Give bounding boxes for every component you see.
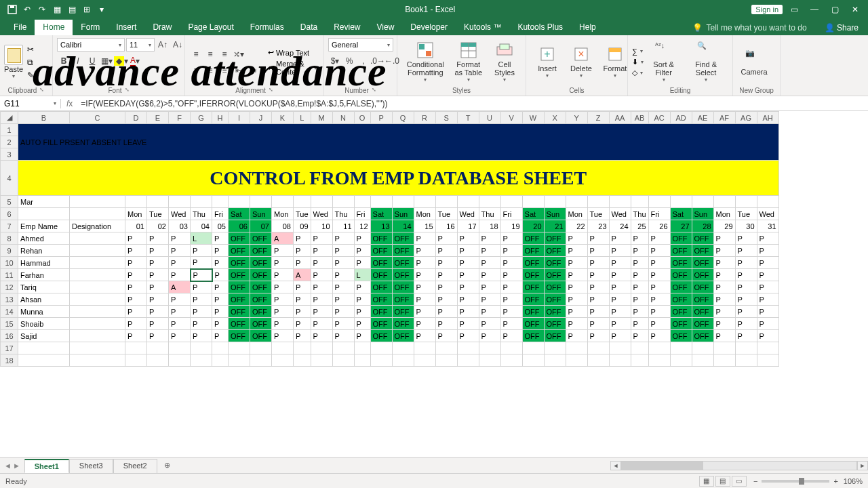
- cell[interactable]: P: [757, 306, 778, 318]
- align-bottom-icon[interactable]: ≡: [218, 47, 231, 61]
- cell[interactable]: 29: [713, 220, 735, 232]
- cell[interactable]: OFF: [229, 281, 250, 293]
- cell[interactable]: P: [713, 269, 735, 281]
- cell[interactable]: [587, 196, 609, 208]
- cell[interactable]: Munna: [18, 306, 70, 318]
- cell[interactable]: Farhan: [18, 269, 70, 281]
- cell[interactable]: P: [457, 318, 479, 330]
- cell[interactable]: OFF: [670, 269, 692, 281]
- cell[interactable]: OFF: [392, 281, 414, 293]
- format-painter-icon[interactable]: ✎: [27, 70, 38, 80]
- page-layout-view-icon[interactable]: ▤: [715, 476, 730, 487]
- cell[interactable]: [125, 196, 147, 208]
- cell[interactable]: Sat: [670, 208, 692, 220]
- cell[interactable]: P: [631, 293, 648, 306]
- cell[interactable]: P: [648, 330, 670, 342]
- col-header[interactable]: AG: [735, 112, 757, 124]
- cell[interactable]: Ahsan: [18, 293, 70, 306]
- cell[interactable]: P: [648, 293, 670, 306]
- cell[interactable]: OFF: [370, 318, 392, 330]
- cell[interactable]: [125, 354, 147, 367]
- cell[interactable]: [147, 196, 169, 208]
- cell[interactable]: OFF: [250, 330, 272, 342]
- cell[interactable]: OFF: [229, 330, 250, 342]
- inc-decimal-icon[interactable]: .0→: [371, 54, 384, 68]
- cell[interactable]: P: [414, 281, 435, 293]
- close-icon[interactable]: ✕: [846, 3, 864, 16]
- outdent-icon[interactable]: ⇤: [232, 64, 245, 77]
- cell[interactable]: OFF: [392, 293, 414, 306]
- cell[interactable]: OFF: [692, 281, 713, 293]
- cell[interactable]: P: [147, 330, 169, 342]
- cell[interactable]: P: [332, 330, 354, 342]
- row-header[interactable]: 5: [1, 196, 18, 208]
- row-header[interactable]: 10: [1, 257, 18, 269]
- cell[interactable]: [566, 196, 587, 208]
- underline-button[interactable]: U: [85, 54, 99, 68]
- cell[interactable]: [370, 354, 392, 367]
- cell[interactable]: P: [354, 306, 370, 318]
- tell-me-search[interactable]: 💡 Tell me what you want to do: [684, 20, 815, 35]
- cell[interactable]: OFF: [670, 281, 692, 293]
- cell[interactable]: P: [566, 318, 587, 330]
- cell[interactable]: [648, 342, 670, 354]
- cell[interactable]: P: [354, 293, 370, 306]
- cell[interactable]: P: [757, 281, 778, 293]
- cell[interactable]: [670, 196, 692, 208]
- cell[interactable]: OFF: [670, 257, 692, 269]
- cell[interactable]: Fri: [354, 208, 370, 220]
- col-header[interactable]: Q: [392, 112, 414, 124]
- cell[interactable]: [609, 354, 631, 367]
- tab-home[interactable]: Home: [35, 20, 73, 35]
- cell[interactable]: P: [566, 232, 587, 245]
- cell[interactable]: [191, 196, 212, 208]
- cell[interactable]: P: [414, 257, 435, 269]
- cell[interactable]: [587, 354, 609, 367]
- cell[interactable]: Tue: [147, 208, 169, 220]
- cell[interactable]: P: [169, 306, 191, 318]
- number-format-select[interactable]: General▾: [328, 38, 393, 52]
- cell[interactable]: P: [311, 269, 332, 281]
- cell[interactable]: 12: [354, 220, 370, 232]
- row-header[interactable]: 7: [1, 220, 18, 232]
- cell[interactable]: [212, 342, 229, 354]
- cell[interactable]: OFF: [670, 330, 692, 342]
- cell[interactable]: OFF: [392, 257, 414, 269]
- cell[interactable]: P: [587, 257, 609, 269]
- cell[interactable]: Fri: [648, 208, 670, 220]
- cell[interactable]: P: [713, 306, 735, 318]
- cell[interactable]: P: [587, 245, 609, 257]
- cell[interactable]: OFF: [250, 306, 272, 318]
- cell[interactable]: 10: [311, 220, 332, 232]
- cell[interactable]: OFF: [250, 232, 272, 245]
- cell[interactable]: Fri: [500, 208, 522, 220]
- cell[interactable]: Wed: [757, 208, 778, 220]
- undo-icon[interactable]: ↶: [20, 3, 34, 16]
- cell[interactable]: 28: [692, 220, 713, 232]
- cell[interactable]: [544, 354, 566, 367]
- cell[interactable]: [713, 342, 735, 354]
- cell[interactable]: P: [212, 330, 229, 342]
- col-header[interactable]: H: [212, 112, 229, 124]
- cell[interactable]: [147, 354, 169, 367]
- cell[interactable]: P: [125, 257, 147, 269]
- cell[interactable]: [392, 354, 414, 367]
- cell[interactable]: OFF: [544, 269, 566, 281]
- cell[interactable]: Ahmed: [18, 232, 70, 245]
- cell[interactable]: [500, 342, 522, 354]
- cell[interactable]: OFF: [522, 318, 544, 330]
- cell[interactable]: P: [147, 257, 169, 269]
- cell[interactable]: [311, 342, 332, 354]
- cell[interactable]: P: [435, 330, 457, 342]
- cell[interactable]: [457, 196, 479, 208]
- cell[interactable]: P: [587, 306, 609, 318]
- cell[interactable]: 22: [566, 220, 587, 232]
- cell[interactable]: 02: [147, 220, 169, 232]
- cell[interactable]: P: [191, 306, 212, 318]
- cell[interactable]: [169, 342, 191, 354]
- cell[interactable]: OFF: [522, 232, 544, 245]
- cell[interactable]: P: [414, 245, 435, 257]
- cell[interactable]: OFF: [370, 306, 392, 318]
- cell[interactable]: P: [212, 245, 229, 257]
- cell[interactable]: 16: [435, 220, 457, 232]
